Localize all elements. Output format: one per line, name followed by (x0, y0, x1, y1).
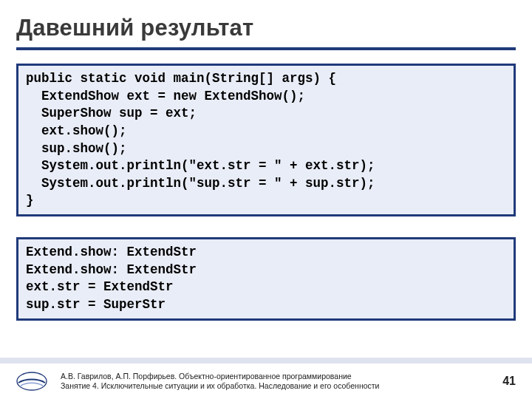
title-divider (16, 47, 516, 50)
slide: Давешний результат public static void ma… (0, 0, 532, 399)
footer-inner: А.В. Гаврилов, А.П. Порфирьев. Объектно-… (0, 364, 532, 399)
footer-text: А.В. Гаврилов, А.П. Порфирьев. Объектно-… (61, 372, 502, 391)
slide-title: Давешний результат (16, 15, 516, 41)
title-block: Давешний результат (16, 15, 516, 50)
footer: А.В. Гаврилов, А.П. Порфирьев. Объектно-… (0, 358, 532, 399)
code-text: public static void main(String[] args) {… (26, 70, 506, 210)
footer-line-1: А.В. Гаврилов, А.П. Порфирьев. Объектно-… (61, 372, 502, 381)
footer-stripe (0, 358, 532, 364)
code-block: public static void main(String[] args) {… (16, 64, 516, 216)
output-block: Extend.show: ExtendStr Extend.show: Exte… (16, 237, 516, 321)
logo-icon (16, 371, 47, 392)
footer-line-2: Занятие 4. Исключительные ситуации и их … (61, 381, 502, 391)
output-text: Extend.show: ExtendStr Extend.show: Exte… (26, 244, 506, 314)
page-number: 41 (502, 375, 516, 388)
